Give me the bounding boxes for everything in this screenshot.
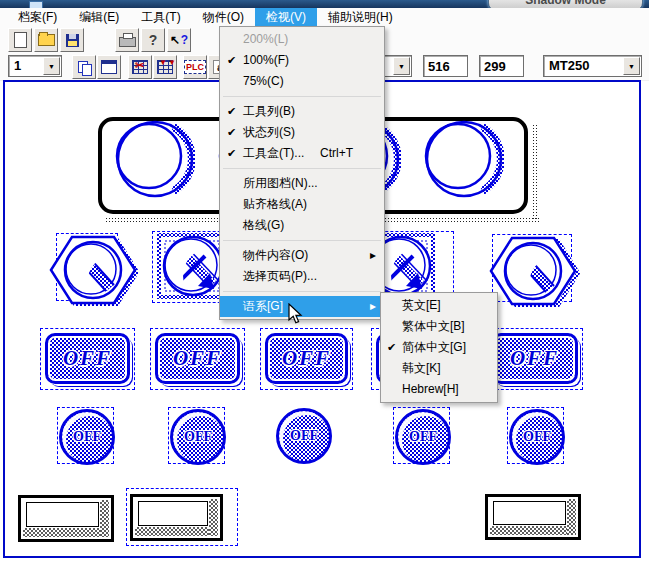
hex-bolt-object[interactable]	[486, 233, 580, 309]
grid-import-icon: ▼▼	[157, 60, 173, 74]
window-properties-icon	[101, 60, 117, 74]
menu-item-toolbox[interactable]: 工具盒(T)...Ctrl+T	[220, 143, 384, 164]
menu-item-grid[interactable]: 格线(G)	[220, 215, 384, 236]
context-help-icon: ↖?	[170, 33, 188, 47]
menu-item-english[interactable]: 英文[E]	[381, 295, 497, 316]
save-button[interactable]	[60, 28, 84, 52]
off-round-button[interactable]: OFF	[276, 408, 332, 464]
new-file-button[interactable]	[8, 28, 32, 52]
help-icon: ?	[149, 32, 158, 48]
pilot-lamp[interactable]	[109, 118, 195, 200]
menu-item-used-pictures[interactable]: 所用图档(N)...	[220, 173, 384, 194]
app-icon	[29, 1, 43, 8]
off-label: OFF	[290, 428, 318, 444]
context-help-button[interactable]: ↖?	[167, 28, 191, 52]
off-round-button[interactable]: OFF	[168, 407, 225, 464]
new-file-icon	[14, 32, 27, 48]
chevron-down-icon[interactable]	[393, 57, 410, 75]
chevron-down-icon[interactable]	[43, 57, 60, 75]
plc-comm-button[interactable]: PLC	[183, 55, 207, 79]
menu-item-traditional-chinese[interactable]: 繁体中文[B]	[381, 316, 497, 337]
grid-cut-icon: ✂	[132, 60, 148, 74]
open-file-icon	[38, 34, 55, 46]
view-menu-dropdown: 200%(L) 100%(F) 75%(C) 工具列(B) 状态列(S) 工具盒…	[219, 26, 385, 320]
menu-item-select-page[interactable]: 选择页码(P)...	[220, 266, 384, 287]
menu-separator	[223, 240, 381, 241]
menu-object[interactable]: 物件(O)	[192, 8, 255, 27]
menu-separator	[223, 291, 381, 292]
copy-page-button[interactable]	[72, 55, 96, 79]
menu-item-statusbar[interactable]: 状态列(S)	[220, 122, 384, 143]
off-label: OFF	[523, 429, 551, 445]
grid-cut-button[interactable]: ✂	[128, 55, 152, 79]
plate-3d-object[interactable]	[130, 494, 223, 541]
menu-file[interactable]: 档案(F)	[7, 8, 68, 27]
off-round-button[interactable]: OFF	[57, 407, 114, 464]
copy-page-icon	[78, 61, 91, 74]
menu-item-snap-to-grid[interactable]: 贴齐格线(A)	[220, 194, 384, 215]
off-round-button[interactable]: OFF	[507, 407, 564, 464]
save-icon	[66, 34, 79, 47]
about-help-button[interactable]: ?	[141, 28, 165, 52]
off-label: OFF	[184, 429, 212, 445]
plate-3d-object[interactable]	[18, 495, 114, 542]
off-label: OFF	[409, 429, 437, 445]
menu-tools[interactable]: 工具(T)	[130, 8, 191, 27]
off-rect-button[interactable]: OFF	[260, 328, 353, 390]
menu-view[interactable]: 检视(V)	[255, 8, 317, 27]
menu-help[interactable]: 辅助说明(H)	[317, 8, 404, 27]
menu-item-korean[interactable]: 韩文[K]	[381, 358, 497, 379]
off-label: OFF	[173, 346, 222, 371]
menu-bar: 档案(F) 编辑(E) 工具(T) 物件(O) 检视(V) 辅助说明(H)	[0, 8, 649, 28]
open-file-button[interactable]	[34, 28, 58, 52]
menu-separator	[223, 96, 381, 97]
menu-item-zoom-200: 200%(L)	[220, 29, 384, 50]
application-window: Shadow Mode 档案(F) 编辑(E) 工具(T) 物件(O) 检视(V…	[0, 0, 649, 563]
model-value: MT250	[549, 56, 589, 76]
off-round-button[interactable]: OFF	[393, 407, 450, 464]
print-icon	[119, 37, 136, 47]
language-submenu: 英文[E] 繁体中文[B] 简体中文[G] 韩文[K] Hebrew[H]	[380, 292, 498, 403]
off-label: OFF	[63, 346, 112, 371]
page-select-value: 1	[14, 56, 21, 76]
grid-import-button[interactable]: ▼▼	[153, 55, 177, 79]
print-button[interactable]	[115, 28, 139, 52]
x-coordinate-field[interactable]	[423, 55, 468, 77]
off-label: OFF	[510, 346, 559, 371]
off-rect-button[interactable]: OFF	[486, 328, 583, 390]
off-rect-button[interactable]: OFF	[150, 328, 245, 390]
y-coordinate-field[interactable]	[479, 55, 524, 77]
page-select-combo[interactable]: 1	[8, 55, 62, 77]
plate-3d-object[interactable]	[485, 494, 581, 540]
mouse-cursor	[288, 303, 304, 325]
menu-item-zoom-75[interactable]: 75%(C)	[220, 71, 384, 92]
plc-comm-icon: PLC	[184, 60, 206, 74]
menu-item-simplified-chinese[interactable]: 简体中文[G]	[381, 337, 497, 358]
menu-item-hebrew[interactable]: Hebrew[H]	[381, 379, 497, 400]
hex-bolt-object[interactable]	[48, 232, 138, 308]
title-bar: Shadow Mode	[0, 0, 649, 8]
pilot-lamp[interactable]	[418, 118, 504, 200]
off-rect-button[interactable]: OFF	[40, 328, 135, 390]
menu-item-object-content[interactable]: 物件内容(O)	[220, 245, 384, 266]
window-properties-button[interactable]	[97, 55, 121, 79]
menu-item-zoom-100[interactable]: 100%(F)	[220, 50, 384, 71]
menu-separator	[223, 168, 381, 169]
menu-item-toolbar[interactable]: 工具列(B)	[220, 101, 384, 122]
menu-edit[interactable]: 编辑(E)	[68, 8, 130, 27]
off-label: OFF	[73, 429, 101, 445]
model-combo[interactable]: MT250	[543, 55, 642, 77]
chevron-down-icon[interactable]	[623, 57, 640, 75]
off-label: OFF	[282, 346, 331, 371]
groupbox-shadow	[532, 124, 539, 220]
